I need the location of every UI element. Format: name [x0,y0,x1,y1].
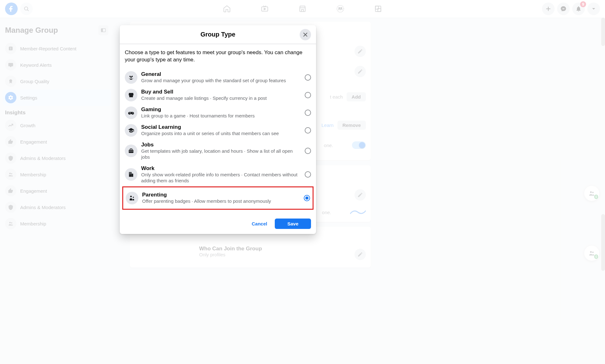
type-subtitle: Get templates with job salary, location … [141,148,301,160]
svg-point-32 [130,77,132,78]
group-type-jobs[interactable]: Jobs Get templates with job salary, loca… [125,139,311,163]
type-subtitle: Link group to a game · Host tournaments … [141,113,301,119]
graduation-icon [125,124,137,137]
type-title: Parenting [142,192,300,198]
type-subtitle: Organize posts into a unit or series of … [141,130,301,137]
group-type-gaming[interactable]: Gaming Link group to a game · Host tourn… [125,104,311,122]
type-subtitle: Create and manage sale listings · Specif… [141,95,301,101]
radio-button[interactable] [305,110,311,116]
cancel-button[interactable]: Cancel [247,219,272,229]
parent-child-icon [126,192,138,204]
group-type-buy-sell[interactable]: Buy and Sell Create and manage sale list… [125,86,311,104]
radio-button[interactable] [304,195,310,201]
svg-point-45 [130,196,132,197]
modal-title: Group Type [200,31,235,38]
group-type-work[interactable]: Work Only show work-related profile info… [125,163,311,186]
type-title: Work [141,165,301,172]
shop-icon [125,89,137,101]
radio-button[interactable] [305,92,311,98]
type-title: Buy and Sell [141,89,301,95]
svg-rect-42 [130,173,131,173]
briefcase-icon [125,145,137,157]
svg-point-30 [130,76,131,77]
gamepad-icon [125,106,137,119]
svg-rect-36 [130,112,130,113]
radio-button[interactable] [305,127,311,134]
svg-point-31 [131,76,133,77]
svg-rect-39 [129,172,131,177]
svg-rect-43 [130,174,130,174]
radio-button[interactable] [305,148,311,154]
building-icon [125,168,137,181]
radio-button[interactable] [305,171,311,178]
group-type-modal: Group Type Choose a type to get features… [120,25,316,234]
highlighted-option: Parenting Offer parenting badges · Allow… [122,186,314,210]
radio-button[interactable] [305,74,311,81]
svg-rect-41 [130,173,130,173]
type-title: General [141,71,301,77]
type-subtitle: Grow and manage your group with the stan… [141,77,301,84]
type-title: Jobs [141,142,301,148]
group-type-parenting[interactable]: Parenting Offer parenting badges · Allow… [126,189,310,207]
svg-point-34 [133,113,133,114]
type-title: Gaming [141,106,301,113]
modal-body: Choose a type to get features to meet yo… [120,44,316,215]
modal-description: Choose a type to get features to meet yo… [125,49,311,64]
type-subtitle: Offer parenting badges · Allow members t… [142,198,300,204]
svg-point-33 [132,112,133,113]
svg-rect-44 [130,174,131,174]
people-icon [125,71,137,84]
type-subtitle: Only show work-related profile info to m… [141,172,301,184]
svg-rect-38 [129,151,134,151]
save-button[interactable]: Save [275,219,311,229]
modal-header: Group Type [120,25,316,44]
svg-rect-37 [129,150,134,153]
modal-footer: Cancel Save [120,215,316,234]
close-button[interactable] [300,29,311,40]
type-title: Social Learning [141,124,301,130]
svg-rect-40 [132,174,133,177]
svg-point-46 [133,197,134,198]
group-type-social-learning[interactable]: Social Learning Organize posts into a un… [125,122,311,139]
group-type-general[interactable]: General Grow and manage your group with … [125,69,311,86]
